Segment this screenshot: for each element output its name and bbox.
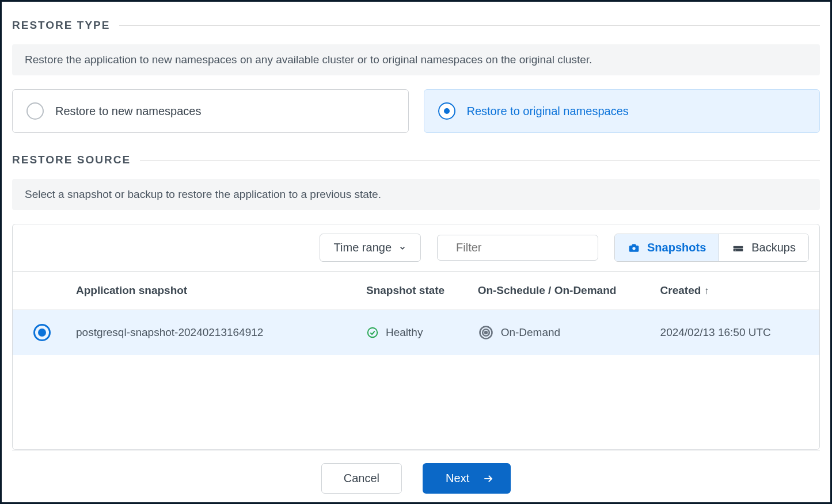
restore-type-description: Restore the application to new namespace… <box>12 44 820 75</box>
option-restore-new-namespaces[interactable]: Restore to new namespaces <box>12 89 409 133</box>
next-button[interactable]: Next <box>423 463 511 494</box>
table-row[interactable]: postgresql-snapshot-20240213164912 Healt… <box>13 310 819 356</box>
header-rule <box>119 25 820 26</box>
cell-snapshot-name: postgresql-snapshot-20240213164912 <box>59 310 358 356</box>
radio-icon <box>438 102 455 120</box>
cell-created: 2024/02/13 16:50 UTC <box>652 310 819 356</box>
drive-icon <box>732 242 744 254</box>
option-restore-original-namespaces[interactable]: Restore to original namespaces <box>424 89 820 133</box>
radio-icon <box>26 102 44 120</box>
filter-input[interactable] <box>456 241 602 254</box>
restore-type-title: RESTORE TYPE <box>12 19 110 32</box>
next-label: Next <box>446 472 469 485</box>
option-label: Restore to original namespaces <box>467 105 629 118</box>
restore-source-header: RESTORE SOURCE <box>12 154 820 166</box>
restore-source-title: RESTORE SOURCE <box>12 154 131 166</box>
cell-state: Healthy <box>386 326 423 339</box>
snapshots-table: Application snapshot Snapshot state On-S… <box>13 272 819 355</box>
restore-source-panel: Time range Snapshots <box>12 224 820 450</box>
segment-backups[interactable]: Backups <box>719 234 808 261</box>
restore-type-header: RESTORE TYPE <box>12 19 820 32</box>
time-range-dropdown[interactable]: Time range <box>320 234 421 262</box>
svg-point-3 <box>632 247 635 250</box>
col-schedule-mode[interactable]: On-Schedule / On-Demand <box>470 272 652 310</box>
svg-point-7 <box>368 328 378 338</box>
check-circle-icon <box>366 326 379 339</box>
svg-point-6 <box>735 249 736 250</box>
target-icon <box>478 324 494 341</box>
chevron-down-icon <box>398 244 406 252</box>
option-label: Restore to new namespaces <box>55 105 201 118</box>
filter-input-container[interactable] <box>437 235 598 261</box>
sort-asc-icon: ↑ <box>704 285 709 296</box>
arrow-right-icon <box>482 474 495 484</box>
source-type-segment: Snapshots Backups <box>614 234 809 262</box>
segment-label: Snapshots <box>647 241 706 254</box>
restore-type-options: Restore to new namespaces Restore to ori… <box>12 89 820 133</box>
svg-point-10 <box>485 331 487 334</box>
col-snapshot-state[interactable]: Snapshot state <box>358 272 470 310</box>
segment-snapshots[interactable]: Snapshots <box>615 234 719 261</box>
svg-rect-5 <box>734 249 743 251</box>
camera-icon <box>628 242 640 254</box>
segment-label: Backups <box>751 241 796 254</box>
footer-actions: Cancel Next <box>12 450 820 494</box>
col-created[interactable]: Created↑ <box>652 272 819 310</box>
svg-rect-4 <box>734 246 743 248</box>
restore-source-description: Select a snapshot or backup to restore t… <box>12 179 820 210</box>
row-radio-icon <box>33 324 51 341</box>
source-toolbar: Time range Snapshots <box>13 224 819 272</box>
header-rule <box>140 160 820 161</box>
col-select <box>13 272 59 310</box>
cell-mode: On-Demand <box>501 326 561 339</box>
time-range-label: Time range <box>334 241 392 254</box>
col-created-label: Created <box>660 284 701 296</box>
col-application-snapshot[interactable]: Application snapshot <box>59 272 358 310</box>
cancel-button[interactable]: Cancel <box>321 463 402 494</box>
